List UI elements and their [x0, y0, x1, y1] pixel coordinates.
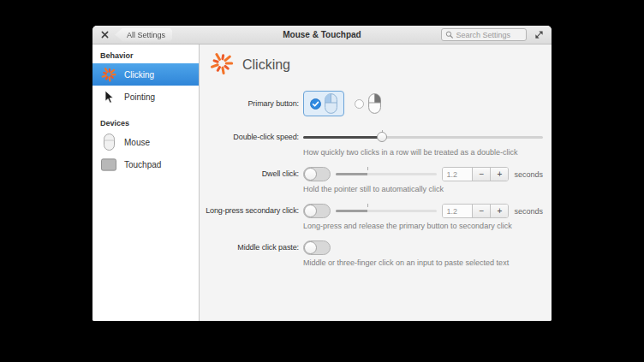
dwell-click-label: Dwell click:: [203, 167, 299, 193]
dwell-delay-spinbutton: 1.2 − +: [442, 167, 509, 181]
desktop-background: All Settings Mouse & Touchpad: [0, 0, 644, 362]
dwell-click-toggle[interactable]: [303, 167, 331, 181]
dwell-click-help: Hold the pointer still to automatically …: [303, 185, 543, 193]
touchpad-icon: [101, 158, 116, 171]
back-button-label: All Settings: [127, 31, 165, 39]
long-press-label: Long-press secondary click:: [203, 204, 299, 230]
middle-click-paste-toggle[interactable]: [303, 240, 331, 255]
double-click-speed-help: How quickly two clicks in a row will be …: [303, 148, 543, 157]
mouse-icon: [101, 134, 116, 151]
dwell-delay-value[interactable]: 1.2: [443, 168, 472, 181]
sidebar: Behavior: [92, 45, 200, 321]
primary-button-right-option[interactable]: [355, 93, 381, 114]
slider-track[interactable]: [336, 210, 437, 212]
primary-button-left-option[interactable]: [303, 91, 344, 116]
sidebar-item-pointing[interactable]: Pointing: [92, 86, 199, 108]
search-field[interactable]: [441, 28, 527, 41]
headerbar: All Settings Mouse & Touchpad: [92, 26, 552, 45]
middle-click-paste-help: Middle or three-finger click on an input…: [303, 258, 543, 267]
all-settings-back-button[interactable]: All Settings: [115, 28, 172, 42]
long-press-delay-slider[interactable]: [336, 204, 437, 218]
dwell-delay-unit: seconds: [514, 170, 543, 179]
long-press-delay-spinbutton: 1.2 − +: [442, 204, 509, 218]
starburst-icon: [101, 67, 116, 82]
dwell-delay-slider[interactable]: [336, 167, 437, 181]
middle-click-paste-row: Middle click paste: Middle or three-fing…: [203, 240, 543, 267]
search-input[interactable]: [456, 31, 522, 39]
toggle-knob: [304, 241, 317, 254]
radio-checked-icon: [310, 98, 321, 110]
sidebar-item-label: Pointing: [124, 92, 155, 102]
primary-button-row: Primary button:: [203, 91, 543, 116]
sidebar-item-label: Mouse: [124, 138, 150, 147]
long-press-delay-value[interactable]: 1.2: [443, 205, 472, 217]
starburst-icon: [210, 51, 234, 79]
long-press-secondary-click-row: Long-press secondary click: 1.2 −: [203, 204, 543, 230]
slider-tick: [367, 167, 368, 170]
toggle-knob: [304, 168, 317, 181]
middle-click-paste-label: Middle click paste:: [203, 240, 299, 267]
long-press-help: Long-press and release the primary butto…: [303, 222, 543, 230]
dwell-click-row: Dwell click: 1.2 − +: [203, 167, 543, 193]
maximize-button[interactable]: [532, 29, 546, 41]
resize-arrows-icon: [534, 30, 544, 39]
primary-button-label: Primary button:: [203, 91, 299, 116]
long-press-delay-unit: seconds: [514, 207, 543, 216]
search-icon: [445, 30, 453, 39]
sidebar-item-mouse[interactable]: Mouse: [92, 131, 199, 153]
long-press-toggle[interactable]: [303, 204, 331, 218]
long-press-delay-decrement-button[interactable]: −: [472, 205, 490, 217]
slider-track[interactable]: [336, 173, 437, 175]
slider-track[interactable]: [303, 136, 543, 139]
panel-title: Clicking: [242, 57, 290, 73]
double-click-speed-row: Double-click speed: How quickly two clic…: [203, 130, 543, 157]
close-button[interactable]: [98, 29, 110, 41]
dwell-delay-decrement-button[interactable]: −: [472, 168, 490, 181]
sidebar-item-touchpad[interactable]: Touchpad: [92, 153, 199, 175]
window-body: Behavior: [92, 45, 552, 321]
cursor-icon: [101, 90, 116, 104]
dwell-delay-increment-button[interactable]: +: [490, 168, 508, 181]
slider-tick: [367, 204, 368, 207]
panel-title-row: Clicking: [210, 51, 543, 79]
sidebar-heading-behavior: Behavior: [92, 47, 199, 63]
radio-unchecked-icon: [355, 99, 364, 109]
mouse-right-button-icon: [368, 93, 381, 114]
long-press-delay-increment-button[interactable]: +: [490, 205, 508, 217]
double-click-speed-label: Double-click speed:: [203, 130, 299, 157]
mouse-touchpad-window: All Settings Mouse & Touchpad: [92, 26, 552, 321]
mouse-left-button-icon: [325, 93, 337, 114]
double-click-speed-slider[interactable]: [303, 130, 543, 145]
toggle-knob: [304, 205, 317, 217]
slider-handle[interactable]: [377, 132, 387, 142]
sidebar-item-clicking[interactable]: Clicking: [92, 63, 199, 86]
close-icon: [101, 31, 109, 39]
clicking-panel: Clicking Primary button:: [200, 45, 552, 321]
sidebar-item-label: Touchpad: [124, 160, 161, 169]
sidebar-heading-devices: Devices: [92, 115, 199, 131]
sidebar-item-label: Clicking: [124, 70, 154, 80]
